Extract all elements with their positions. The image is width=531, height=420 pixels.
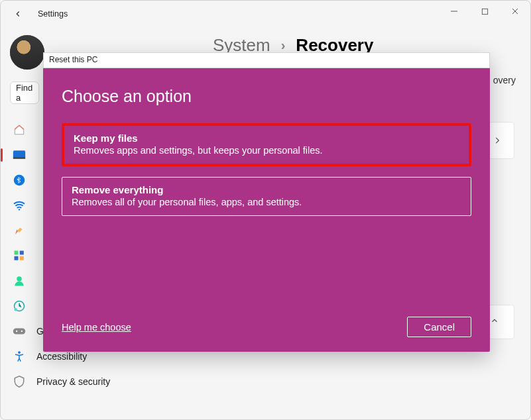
option-remove-everything[interactable]: Remove everything Removes all of your pe… — [62, 177, 471, 216]
chevron-right-icon — [493, 136, 502, 145]
titlebar: Settings — [1, 1, 530, 27]
accessibility-icon — [13, 350, 26, 363]
svg-rect-10 — [15, 256, 19, 260]
svg-point-18 — [18, 351, 21, 354]
svg-rect-4 — [13, 150, 25, 158]
wifi-icon — [13, 199, 26, 212]
back-button[interactable] — [9, 5, 27, 23]
personalization-icon — [13, 224, 26, 237]
help-me-choose-link[interactable]: Help me choose — [62, 322, 131, 333]
time-icon — [13, 299, 26, 313]
svg-rect-1 — [482, 9, 487, 14]
option-desc: Removes all of your personal files, apps… — [72, 197, 461, 207]
system-icon — [13, 148, 26, 162]
search-placeholder: Find a — [16, 83, 33, 103]
svg-rect-15 — [13, 328, 25, 334]
apps-icon — [13, 249, 26, 262]
svg-point-14 — [15, 308, 18, 311]
option-title: Remove everything — [72, 184, 461, 195]
gaming-icon — [13, 325, 26, 338]
chevron-right-icon: › — [281, 38, 286, 53]
minimize-button[interactable] — [439, 1, 469, 22]
nav-item-privacy[interactable]: Privacy & security — [10, 369, 193, 394]
accounts-icon — [13, 274, 26, 288]
home-icon — [13, 123, 26, 136]
svg-point-16 — [16, 331, 17, 332]
svg-rect-11 — [20, 256, 24, 260]
option-keep-files[interactable]: Keep my files Removes apps and settings,… — [62, 123, 471, 166]
nav-label: Accessibility — [36, 351, 87, 362]
window-controls — [439, 1, 530, 22]
close-button[interactable] — [500, 1, 530, 22]
svg-rect-5 — [13, 157, 25, 159]
dialog-titlebar: Reset this PC — [43, 52, 490, 68]
svg-point-17 — [21, 331, 23, 332]
svg-point-6 — [14, 175, 25, 186]
svg-point-12 — [17, 276, 22, 282]
reset-dialog: Reset this PC Choose an option Keep my f… — [43, 52, 490, 352]
cancel-button[interactable]: Cancel — [407, 317, 471, 337]
search-input[interactable]: Find a — [10, 81, 39, 104]
svg-rect-8 — [15, 251, 19, 255]
svg-point-7 — [19, 209, 20, 210]
option-title: Keep my files — [74, 132, 459, 144]
dialog-heading: Choose an option — [62, 87, 471, 106]
option-desc: Removes apps and settings, but keeps you… — [74, 145, 459, 156]
nav-label: Privacy & security — [36, 376, 110, 387]
privacy-icon — [13, 375, 26, 388]
truncated-text: overy — [493, 75, 516, 85]
arrow-left-icon — [13, 9, 23, 19]
chevron-up-icon — [490, 316, 499, 328]
avatar[interactable] — [10, 35, 44, 70]
svg-rect-9 — [20, 251, 24, 255]
maximize-button[interactable] — [469, 1, 500, 22]
bluetooth-icon — [13, 174, 26, 187]
window-title: Settings — [38, 9, 68, 19]
